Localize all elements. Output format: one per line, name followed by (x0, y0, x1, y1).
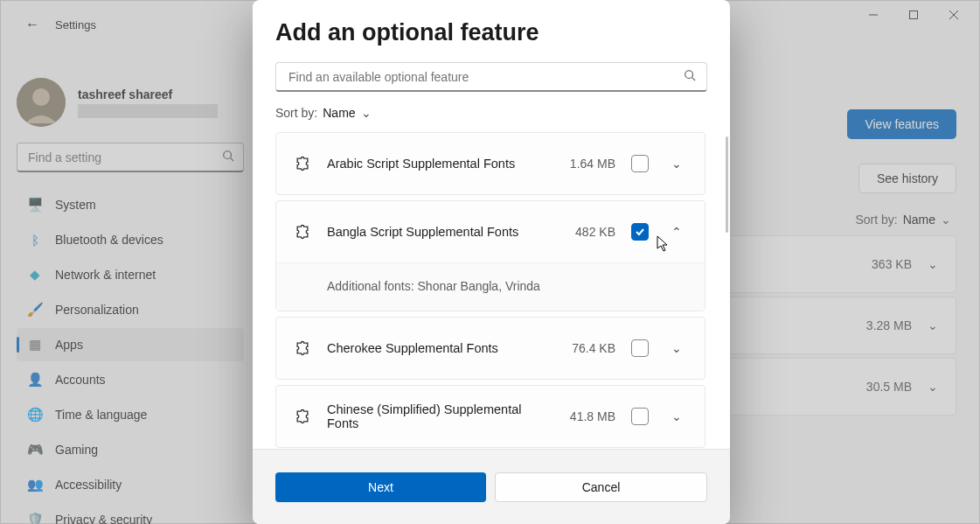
chevron-down-icon[interactable]: ⌄ (664, 341, 689, 355)
feature-size: 41.8 MB (556, 409, 615, 423)
puzzle-icon (294, 223, 311, 241)
dialog-title: Add an optional feature (275, 19, 707, 46)
feature-row[interactable]: Arabic Script Supplemental Fonts 1.64 MB… (276, 133, 705, 194)
next-button[interactable]: Next (275, 472, 486, 502)
dialog-search[interactable] (275, 62, 707, 92)
dialog-sort[interactable]: Sort by: Name ⌄ (275, 106, 707, 120)
search-icon (684, 69, 696, 85)
feature-checkbox[interactable] (631, 408, 649, 425)
add-feature-dialog: Add an optional feature Sort by: Name ⌄ … (253, 0, 730, 524)
scrollbar-thumb[interactable] (726, 136, 728, 233)
feature-name: Chinese (Simplified) Supplemental Fonts (327, 402, 540, 430)
feature-checkbox[interactable] (631, 223, 649, 241)
feature-size: 482 KB (556, 225, 615, 239)
chevron-down-icon[interactable]: ⌄ (664, 157, 689, 171)
feature-size: 1.64 MB (556, 157, 615, 171)
feature-name: Cherokee Supplemental Fonts (327, 341, 540, 355)
puzzle-icon (294, 155, 311, 172)
dialog-footer: Next Cancel (253, 449, 730, 524)
sort-value: Name (323, 106, 355, 120)
chevron-up-icon[interactable]: ⌃ (664, 225, 689, 239)
feature-size: 76.4 KB (556, 341, 615, 355)
puzzle-icon (294, 408, 311, 425)
feature-name: Bangla Script Supplemental Fonts (327, 225, 540, 239)
feature-card: Chinese (Simplified) Supplemental Fonts … (275, 385, 705, 448)
cancel-button[interactable]: Cancel (495, 472, 707, 502)
feature-card: Bangla Script Supplemental Fonts 482 KB … (275, 200, 705, 311)
feature-card: Arabic Script Supplemental Fonts 1.64 MB… (275, 132, 705, 195)
feature-row[interactable]: Cherokee Supplemental Fonts 76.4 KB ⌄ (276, 318, 705, 379)
feature-card: Cherokee Supplemental Fonts 76.4 KB ⌄ (275, 317, 705, 380)
feature-checkbox[interactable] (631, 155, 649, 172)
sort-prefix: Sort by: (275, 106, 317, 120)
feature-list: Arabic Script Supplemental Fonts 1.64 MB… (275, 132, 707, 448)
feature-checkbox[interactable] (631, 339, 649, 357)
chevron-down-icon[interactable]: ⌄ (664, 409, 689, 423)
chevron-down-icon: ⌄ (361, 106, 372, 120)
feature-row[interactable]: Chinese (Simplified) Supplemental Fonts … (276, 386, 705, 447)
svg-point-8 (685, 70, 693, 78)
feature-detail: Additional fonts: Shonar Bangla, Vrinda (276, 262, 705, 311)
dialog-search-input[interactable] (287, 69, 654, 85)
svg-line-9 (692, 77, 696, 80)
puzzle-icon (294, 339, 311, 357)
feature-row[interactable]: Bangla Script Supplemental Fonts 482 KB … (276, 201, 705, 262)
feature-name: Arabic Script Supplemental Fonts (327, 157, 540, 171)
